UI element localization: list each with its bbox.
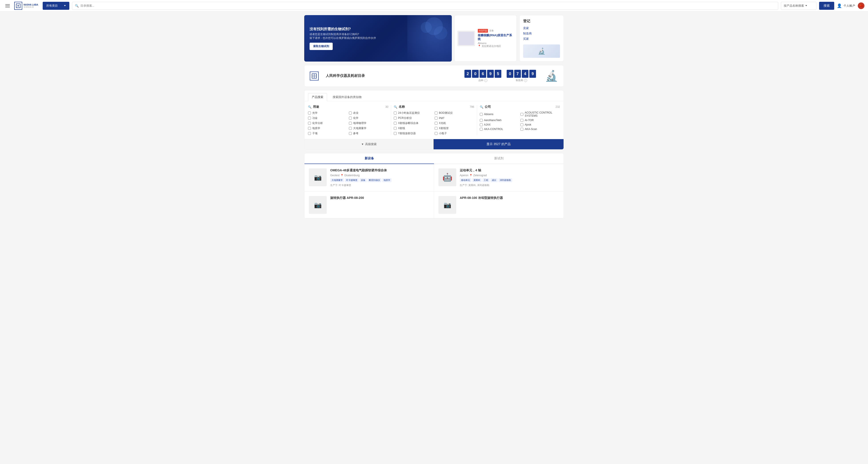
filter-item[interactable]: Y射线放射仪器 (394, 131, 433, 135)
user-area[interactable]: 👤 个人账户 (837, 3, 855, 8)
search-type-select[interactable]: 按产品名称搜索 (781, 2, 816, 10)
filter-checkbox[interactable] (480, 123, 483, 126)
filter-company-header: 🔍 公司 232 (480, 105, 560, 109)
search-input[interactable] (81, 4, 775, 7)
filter-item[interactable]: AKA-Scan (521, 128, 560, 131)
filter-item[interactable]: 化学 (349, 116, 389, 120)
filter-item[interactable]: X射线 (394, 126, 433, 130)
user-label: 个人账户 (843, 4, 855, 8)
filter-checkbox[interactable] (435, 117, 438, 120)
digit-1-4: 9 (487, 70, 494, 78)
filter-checkbox[interactable] (394, 127, 397, 130)
filter-item[interactable]: BOD测试仪 (435, 111, 474, 115)
filter-checkbox[interactable] (394, 132, 397, 135)
today-product-title: 核糖核酸(RNA)疫苗生产系统 (478, 34, 514, 41)
tab-foreign-search[interactable]: 搜索国外设备的类似物 (329, 93, 365, 101)
location-pin-icon: 📍 (340, 174, 344, 177)
filter-item[interactable]: 子项 (308, 131, 347, 135)
filter-item[interactable]: 光学 (308, 111, 347, 115)
filter-item[interactable]: 参考 (349, 131, 389, 135)
product-card: 📷 OMEGA-48多通道电气勘探软硬件综合体 Geotest 📍 Ekater… (305, 164, 434, 191)
search-icon-name: 🔍 (394, 105, 397, 109)
filter-checkbox[interactable] (480, 113, 483, 116)
logo-name: NASHA LABA (24, 4, 38, 6)
filter-item[interactable]: AJAX (480, 123, 519, 126)
filter-item[interactable]: 地球物理学 (349, 121, 389, 125)
today-badge: 今日产品 (478, 29, 488, 33)
count1-info-icon[interactable]: i (484, 79, 487, 82)
chevron-down-icon-adv: ▼ (361, 143, 364, 146)
filter-item[interactable]: X射线管 (435, 126, 474, 130)
filter-item[interactable]: 农业 (349, 111, 389, 115)
filter-item[interactable]: X射线诊断综合体 (394, 121, 433, 125)
advanced-search-toggle[interactable]: ▼ 高级搜索 (305, 139, 434, 149)
filter-checkbox[interactable] (480, 128, 483, 131)
filter-item[interactable]: 化学分析 (308, 121, 347, 125)
filter-company-count: 232 (556, 105, 560, 109)
filter-checkbox[interactable] (308, 132, 311, 135)
banner-cta-button[interactable]: 索取生物试剂 (310, 43, 333, 50)
filter-item[interactable]: AI-TOR (521, 119, 560, 122)
filter-checkbox[interactable] (435, 132, 438, 135)
location-pin-icon: 📍 (478, 45, 481, 48)
filter-item[interactable]: 冶金 (308, 116, 347, 120)
menu-button[interactable] (4, 2, 11, 9)
main-content: 没有找到所需的生物试剂? 或者您是生物试剂制造商并准备好订购吗? 留下请求 - … (301, 11, 567, 222)
filter-item[interactable]: Ajvok (521, 123, 560, 126)
filter-item[interactable]: AKA-CONTROL (480, 128, 519, 131)
filter-checkbox[interactable] (521, 123, 523, 126)
filter-checkbox[interactable] (480, 119, 483, 122)
filter-checkbox[interactable] (394, 112, 397, 115)
category-button[interactable]: 所有类目 (43, 2, 69, 10)
filter-item[interactable]: X光机 (435, 121, 474, 125)
filter-checkbox[interactable] (349, 122, 352, 125)
filter-item[interactable]: 大地测量学 (349, 126, 389, 130)
product-tags: 移动单元 莫斯科 工程 成分 泽列诺格勒 (460, 178, 559, 182)
stats-logo (310, 71, 319, 81)
filter-item[interactable]: AeroNanoTekh (480, 119, 519, 122)
count2-info-icon[interactable]: i (524, 79, 527, 82)
filter-item[interactable]: 24小时血压监测仪 (394, 111, 433, 115)
filter-checkbox[interactable] (435, 122, 438, 125)
tab-new-reagents[interactable]: 新试剂 (434, 153, 563, 163)
show-products-button[interactable]: 显示 3527 的产品 (434, 139, 563, 149)
filter-checkbox[interactable] (308, 127, 311, 130)
filter-checkbox[interactable] (394, 117, 397, 120)
camera-icon: 📷 (314, 174, 322, 181)
filter-checkbox[interactable] (308, 112, 311, 115)
device-badge: 设备 (489, 29, 494, 32)
register-manufacturer-link[interactable]: 制造商 (523, 32, 560, 36)
today-product-info: 今日产品 设备 核糖核酸(RNA)疫苗生产系统 Abisens 📍 克拉斯诺达尔… (478, 29, 514, 48)
filter-purpose: 🔍 用途 30 光学 农业 冶金 化学 化学分析 地球物理学 地质学 大地测量学… (308, 105, 391, 135)
product-tag: 莫斯科 (472, 178, 482, 182)
filter-checkbox[interactable] (435, 112, 438, 115)
register-buyer-link[interactable]: 买家 (523, 37, 560, 41)
product-info: APR-08-100 冷却型旋转执行器 (460, 196, 559, 214)
filter-checkbox[interactable] (349, 127, 352, 130)
filter-checkbox[interactable] (349, 132, 352, 135)
search-button[interactable]: 搜索 (819, 2, 834, 10)
filter-checkbox[interactable] (349, 112, 352, 115)
filter-checkbox[interactable] (394, 122, 397, 125)
register-seller-link[interactable]: 卖家 (523, 26, 560, 30)
filter-checkbox[interactable] (349, 117, 352, 120)
register-decoration: 🔬 (523, 44, 560, 58)
tab-product-search[interactable]: 产品搜索 (308, 93, 327, 101)
filter-item[interactable]: Abisens (480, 111, 519, 117)
filter-checkbox[interactable] (521, 119, 523, 122)
filter-checkbox[interactable] (308, 122, 311, 125)
product-tags: 大地测量学 叶卡捷琳堡 设备 断层扫描仪 地质学 (330, 178, 429, 182)
filter-item[interactable]: PMT (435, 116, 474, 120)
tab-new-equipment[interactable]: 新设备 (305, 153, 434, 164)
avatar[interactable]: 🇨🇳 (858, 2, 864, 9)
filter-checkbox[interactable] (435, 127, 438, 130)
search-actions: ▼ 高级搜索 显示 3527 的产品 (305, 139, 563, 149)
filter-item[interactable]: 小瓶子 (435, 131, 474, 135)
filter-item[interactable]: ACOUSTIC CONTROL SYSTEMS (521, 111, 560, 117)
filter-item[interactable]: 地质学 (308, 126, 347, 130)
register-links: 卖家 制造商 买家 (523, 26, 560, 41)
filter-checkbox[interactable] (521, 128, 523, 131)
filter-checkbox[interactable] (308, 117, 311, 120)
filter-item[interactable]: PCR分析仪 (394, 116, 433, 120)
filter-checkbox[interactable] (521, 113, 523, 116)
